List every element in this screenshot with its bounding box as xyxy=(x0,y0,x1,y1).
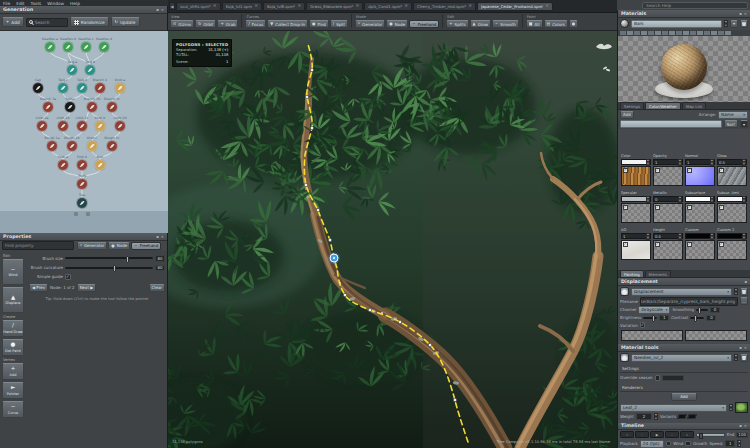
close-icon[interactable]: × xyxy=(468,4,472,9)
spline-control-point[interactable] xyxy=(310,126,313,129)
stepper[interactable]: ▴▾ xyxy=(710,233,714,240)
stepper[interactable]: ▴▾ xyxy=(737,440,741,447)
graph-zoom-out[interactable] xyxy=(86,212,90,216)
map-value[interactable]: 0.5▴▾ xyxy=(717,159,747,165)
map-value[interactable]: ▴▾ xyxy=(621,159,651,165)
map-thumbnail[interactable]: ✓ xyxy=(621,203,651,223)
stepper[interactable]: ▴▾ xyxy=(742,233,746,240)
generation-node-graph[interactable]: Needles aNeedles bNeedles cNeedles dTwig… xyxy=(0,31,168,233)
spline-control-point[interactable] xyxy=(328,238,331,241)
map-thumbnail[interactable]: ✓ xyxy=(685,166,715,186)
document-tab[interactable]: Grass_Elaborate.spm*× xyxy=(306,2,363,11)
close-icon[interactable]: × xyxy=(297,4,301,9)
map-checkbox[interactable]: ✓ xyxy=(623,205,628,210)
stepper[interactable]: ▴▾ xyxy=(710,159,714,166)
map-checkbox[interactable]: ✓ xyxy=(687,205,692,210)
material-thumbnail[interactable] xyxy=(620,31,626,35)
color-swatch[interactable] xyxy=(622,197,646,201)
tool-button-displace[interactable]: ▲Displace xyxy=(2,287,24,313)
graph-node[interactable]: Twig a xyxy=(66,60,78,76)
map-checkbox[interactable]: ✓ xyxy=(623,242,628,247)
stepper[interactable]: ▴▾ xyxy=(742,159,746,166)
material-thumbnail[interactable] xyxy=(725,31,731,35)
map-value[interactable]: 1▴▾ xyxy=(621,233,651,239)
displacement-delete-button[interactable] xyxy=(740,288,748,296)
prev-node-button[interactable]: ◀ Prev xyxy=(29,284,48,292)
pin-icon[interactable]: ▪ xyxy=(156,7,159,12)
pin-icon[interactable]: ▪ xyxy=(156,234,159,239)
smoothing-slider[interactable] xyxy=(696,309,708,311)
transport-button[interactable]: › xyxy=(665,431,679,438)
arrange-dropdown[interactable]: Name▾ xyxy=(718,111,748,119)
graph-node[interactable]: Branch 3b xyxy=(84,97,100,113)
map-number[interactable]: 0.5 xyxy=(718,160,742,165)
variation-checkbox[interactable]: ✓ xyxy=(640,322,646,328)
map-number[interactable]: 0 xyxy=(654,197,678,202)
material-thumbnail[interactable] xyxy=(683,31,689,35)
brush-curvature-slider[interactable] xyxy=(65,267,153,269)
pin-icon[interactable]: ▪ xyxy=(739,11,742,16)
update-button[interactable]: ↻Update xyxy=(111,17,140,27)
contrast-value[interactable]: 0 xyxy=(706,315,716,322)
document-tab[interactable]: dpls_Cond1.spm*× xyxy=(364,2,412,11)
add-node-button[interactable]: +Add xyxy=(2,17,24,27)
graph-node[interactable]: Limb 2c xyxy=(76,116,89,132)
graph-node[interactable]: Fork a xyxy=(57,155,69,171)
material-thumbnail[interactable] xyxy=(704,31,710,35)
menu-item[interactable]: Edit xyxy=(16,1,24,6)
mode-button-generator[interactable]: *Generator xyxy=(77,242,107,250)
sort-button[interactable]: Sort xyxy=(724,120,738,128)
stepper[interactable]: ▴▾ xyxy=(742,196,746,203)
close-icon[interactable]: × xyxy=(161,234,164,239)
wind-checkbox[interactable] xyxy=(666,441,672,447)
stepper[interactable]: ▴▾ xyxy=(678,196,682,203)
graph-node[interactable]: Twig c xyxy=(57,78,69,94)
spline-control-point[interactable] xyxy=(368,308,371,311)
browse-button[interactable]: … xyxy=(740,297,748,305)
spline-control-point[interactable] xyxy=(398,320,401,323)
map-checkbox[interactable]: ✓ xyxy=(623,168,628,173)
graph-node[interactable]: Needles d xyxy=(96,37,112,53)
material-thumbnail[interactable] xyxy=(697,31,703,35)
map-number[interactable]: 0.5 xyxy=(654,234,678,239)
pin-icon[interactable]: ▪ xyxy=(744,279,747,284)
spline-control-point[interactable] xyxy=(305,95,308,98)
graph-node[interactable]: Tree xyxy=(76,193,88,209)
material-thumbnail[interactable] xyxy=(690,31,696,35)
tab-painting[interactable]: Painting xyxy=(620,270,644,277)
tool-button-dot-paint[interactable]: ●Dot Paint xyxy=(2,339,24,356)
map-checkbox[interactable]: ✓ xyxy=(655,205,660,210)
Orbit-toolbar-button[interactable]: ↻Orbit xyxy=(195,20,216,28)
close-icon[interactable]: × xyxy=(545,4,549,9)
document-tab[interactable]: Cherry_Timber_mid.spm*× xyxy=(413,2,476,11)
graph-node[interactable]: Branch 4 xyxy=(93,78,107,94)
stepper[interactable]: ▴▾ xyxy=(654,413,658,420)
map-checkbox[interactable]: ✓ xyxy=(719,242,724,247)
color-swatch[interactable] xyxy=(718,197,742,201)
close-icon[interactable]: × xyxy=(404,4,408,9)
map-value[interactable]: ▴▾ xyxy=(717,196,747,202)
Gizmo-toolbar-button[interactable]: ⊙Gizmo xyxy=(170,20,194,28)
graph-node[interactable]: Fork b xyxy=(76,155,88,171)
stepper[interactable]: ▴▾ xyxy=(678,159,682,166)
tab-color-weather[interactable]: Color/Weather xyxy=(645,102,681,109)
override-season-checkbox[interactable] xyxy=(655,375,661,381)
tool-button-wind[interactable]: ~Wind xyxy=(2,259,24,285)
material-thumbnail[interactable] xyxy=(669,31,675,35)
menu-item[interactable]: Window xyxy=(47,1,64,6)
map-checkbox[interactable]: ✓ xyxy=(655,168,660,173)
material-search-input[interactable] xyxy=(631,20,722,28)
map-checkbox[interactable]: ✓ xyxy=(719,168,724,173)
material-thumbnail[interactable] xyxy=(676,31,682,35)
map-thumbnail[interactable]: ✓ xyxy=(717,203,747,223)
material-thumbnail[interactable] xyxy=(641,31,647,35)
fps-dropdown[interactable]: 24 (fps) xyxy=(640,440,664,448)
scene-canvas[interactable] xyxy=(168,31,617,448)
document-tab[interactable]: Japanese_Cedar_Frostwind.spm*× xyxy=(477,2,553,11)
smoothing-value[interactable]: 0 xyxy=(710,307,720,314)
map-checkbox[interactable]: ✓ xyxy=(719,205,724,210)
map-filter-input[interactable] xyxy=(620,120,722,128)
needles-dropdown[interactable]: Needles_lvl_2▾ xyxy=(631,354,732,362)
tool-button-hand-draw[interactable]: /Hand Draw xyxy=(2,320,24,337)
spline-control-point[interactable] xyxy=(453,398,456,401)
